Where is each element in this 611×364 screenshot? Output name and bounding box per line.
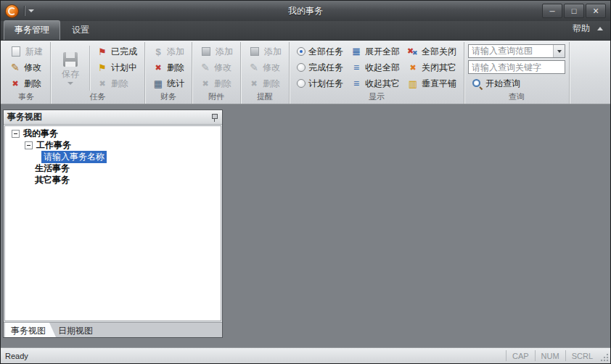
tree-node-label: 生活事务 [35, 162, 70, 175]
resize-grip[interactable] [599, 352, 610, 363]
search-range-combo[interactable]: 请输入查询范围 [468, 44, 565, 58]
group-label: 显示 [290, 91, 464, 102]
tree-node-label: 工作事务 [36, 139, 71, 152]
task-planned-button[interactable]: 计划中 [93, 59, 141, 75]
tabrow-right: 帮助 [573, 22, 607, 40]
task-delete-button[interactable]: 删除 [93, 75, 141, 91]
ribbon-group-affair: 新建 修改 删除 事务 [2, 42, 51, 104]
tree-node-my-affairs[interactable]: 我的事务 [5, 128, 221, 139]
tab-date-view[interactable]: 日期视图 [52, 323, 103, 337]
ribbon: 新建 修改 删除 事务 保存 [1, 41, 610, 104]
button-label: 关闭其它 [422, 62, 456, 74]
search-keyword-input[interactable] [468, 60, 565, 74]
ribbon-group-finance: 添加 删除 统计 财务 [145, 42, 192, 104]
tree-node-label: 其它事务 [35, 174, 70, 186]
affair-new-button[interactable]: 新建 [6, 44, 46, 59]
close-others-button[interactable]: 关闭其它 [403, 59, 460, 75]
affair-delete-button[interactable]: 删除 [6, 75, 46, 91]
tree-node-other-affairs[interactable]: 其它事务 [5, 174, 221, 186]
collapse-all-button[interactable]: 收起全部 [347, 59, 403, 75]
dock-bottom-tabs: 事务视图 日期视图 [4, 322, 222, 337]
tab-affair-management[interactable]: 事务管理 [4, 20, 60, 40]
save-floppy-icon [63, 52, 78, 67]
group-inner-separator [89, 46, 90, 91]
delete-x-icon [248, 78, 260, 89]
group-label: 财务 [145, 91, 192, 102]
radio-all-tasks[interactable]: 全部任务 [293, 44, 347, 59]
tree-node-new-affair-editing[interactable]: 请输入事务名称 [5, 151, 221, 162]
attachment-delete-button[interactable]: 删除 [196, 75, 237, 91]
delete-x-icon [200, 78, 211, 89]
button-label: 删除 [214, 78, 231, 90]
button-label: 保存 [62, 68, 79, 80]
delete-x-icon [152, 62, 164, 73]
reminder-modify-button[interactable]: 修改 [245, 59, 285, 75]
help-button[interactable]: 帮助 [573, 22, 590, 35]
maximize-button[interactable] [564, 4, 584, 18]
button-label: 删除 [111, 78, 128, 90]
button-label: 修改 [263, 62, 280, 74]
quick-access-separator [24, 6, 25, 16]
tree-node-life-affairs[interactable]: 生活事务 [5, 162, 221, 174]
reminder-delete-button[interactable]: 删除 [245, 75, 285, 91]
tile-vertical-button[interactable]: 垂直平铺 [403, 75, 460, 91]
start-search-button[interactable]: 开始查询 [468, 75, 565, 91]
ribbon-collapse-icon[interactable] [597, 27, 603, 30]
button-label: 删除 [167, 62, 184, 74]
affair-view-panel: 事务视图 我的事务 工作事务 请输入事务名称 生活事务 [3, 109, 223, 338]
button-label: 展开全部 [365, 46, 400, 58]
tile-vertical-icon [407, 78, 419, 89]
combo-dropdown-button[interactable] [553, 45, 565, 57]
search-icon [472, 78, 483, 89]
combo-watermark: 请输入查询范围 [469, 45, 553, 57]
quick-access-dropdown-icon[interactable] [28, 9, 34, 12]
task-save-button[interactable]: 保存 [54, 44, 86, 93]
tree-node-work-affairs[interactable]: 工作事务 [5, 139, 221, 151]
money-add-icon [152, 46, 164, 57]
delete-x-icon [9, 78, 21, 89]
pencil-icon [248, 62, 260, 73]
tab-settings[interactable]: 设置 [62, 21, 99, 40]
tab-affair-view[interactable]: 事务视图 [5, 323, 56, 337]
pencil-icon [200, 62, 211, 73]
close-button[interactable] [586, 4, 606, 18]
pencil-icon [9, 62, 21, 73]
attachment-modify-button[interactable]: 修改 [196, 59, 237, 75]
scroll-lock-indicator: SCRL [565, 350, 599, 361]
expand-all-icon [350, 46, 362, 57]
num-lock-indicator: NUM [535, 350, 565, 361]
radio-planned-tasks[interactable]: 计划任务 [293, 75, 347, 91]
planned-flag-icon [97, 62, 108, 73]
finance-delete-button[interactable]: 删除 [149, 59, 188, 75]
button-label: 添加 [216, 46, 233, 58]
minimize-button[interactable] [542, 4, 562, 18]
task-completed-button[interactable]: 已完成 [93, 44, 141, 59]
reminder-add-button[interactable]: 添加 [245, 44, 285, 59]
radio-label: 计划任务 [308, 78, 343, 90]
attachment-add-button[interactable]: 添加 [196, 44, 237, 59]
collapse-expander-icon[interactable] [12, 130, 20, 138]
affair-modify-button[interactable]: 修改 [6, 59, 46, 75]
app-logo-icon [5, 4, 19, 18]
close-all-button[interactable]: 全部关闭 [403, 44, 460, 59]
new-page-icon [12, 46, 20, 57]
tree-node-label: 请输入事务名称 [41, 151, 107, 163]
radio-label: 全部任务 [308, 46, 343, 58]
radio-completed-tasks[interactable]: 完成任务 [293, 59, 347, 75]
dock-panel-title: 事务视图 [7, 111, 42, 123]
finance-add-button[interactable]: 添加 [149, 44, 188, 59]
finance-statistics-button[interactable]: 统计 [149, 75, 188, 91]
group-label: 任务 [51, 91, 144, 102]
collapse-expander-icon[interactable] [25, 141, 33, 149]
affair-tree: 我的事务 工作事务 请输入事务名称 生活事务 其它事务 [4, 125, 221, 321]
group-label: 事务 [2, 91, 50, 102]
status-text: Ready [1, 352, 28, 360]
window-controls [541, 4, 606, 18]
button-label: 全部关闭 [422, 46, 456, 58]
expand-all-button[interactable]: 展开全部 [347, 44, 403, 59]
group-label: 查询 [464, 91, 569, 102]
pin-icon[interactable] [210, 113, 218, 122]
collapse-others-button[interactable]: 收起其它 [347, 75, 403, 91]
group-label: 提醒 [241, 91, 289, 102]
radio-selected-icon [297, 47, 306, 56]
